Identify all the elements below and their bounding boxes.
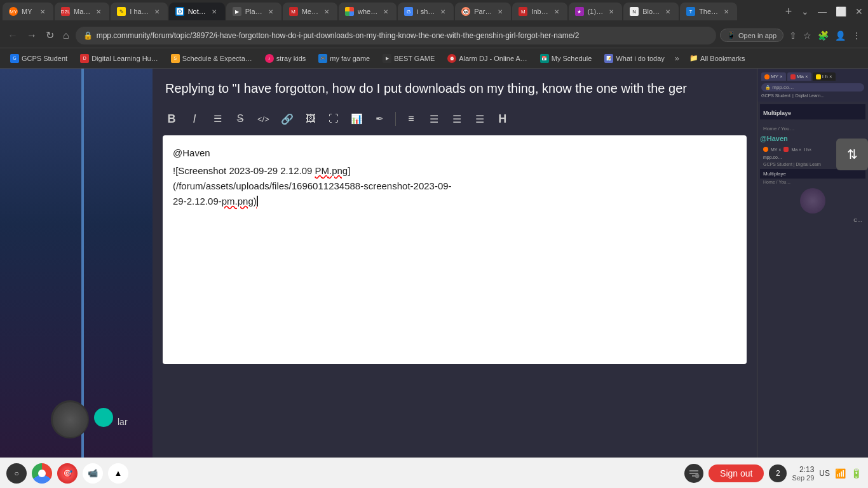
- justify-button[interactable]: ☰: [471, 110, 489, 128]
- tab-title-ishared: i sh…: [417, 8, 435, 15]
- svg-rect-0: [689, 470, 698, 471]
- taskbar-datetime: 2:13 Sep 29: [792, 465, 814, 482]
- forward-button[interactable]: →: [24, 27, 39, 44]
- sign-out-button[interactable]: Sign out: [709, 464, 764, 482]
- close-window-button[interactable]: ✕: [853, 5, 865, 18]
- bookmark-schedule[interactable]: S Schedule & Expecta…: [166, 53, 257, 64]
- all-bookmarks-folder[interactable]: 📁 All Bookmarks: [684, 53, 750, 64]
- bookmark-myschedule[interactable]: 📅 My Schedule: [535, 53, 597, 64]
- tab-close-d2l[interactable]: ✕: [94, 7, 103, 16]
- strikethrough-button[interactable]: S: [231, 110, 249, 128]
- taskbar-chrome-icon[interactable]: [32, 463, 52, 484]
- tab-title-th: The…: [699, 8, 718, 15]
- bold-button[interactable]: B: [163, 110, 180, 128]
- tab-title-my: MY: [22, 8, 34, 15]
- bookmark-star-button[interactable]: ☆: [801, 29, 813, 43]
- taskbar-drive-icon[interactable]: ▲: [108, 463, 128, 484]
- tab-my[interactable]: MY MY ✕: [3, 3, 53, 20]
- address-bar[interactable]: 🔒 mpp.community/forum/topic/38972/i-have…: [76, 27, 716, 44]
- preview-browser-header: MY × Ma × I h × 🔒 mpp.co… GC: [757, 69, 868, 102]
- extensions-button[interactable]: 🧩: [816, 29, 831, 43]
- maximize-button[interactable]: ⬜: [833, 5, 849, 18]
- notification-badge[interactable]: 2: [769, 464, 787, 482]
- tab-inbox[interactable]: M Inb… ✕: [512, 3, 567, 20]
- share-button[interactable]: ⇧: [787, 29, 799, 43]
- heading-button[interactable]: H: [494, 110, 512, 128]
- tab-notion[interactable]: N Blo… ✕: [623, 3, 679, 20]
- tab-close-ishared[interactable]: ✕: [438, 7, 447, 16]
- pen-button[interactable]: ✒: [371, 110, 389, 128]
- minimize-button[interactable]: —: [815, 5, 829, 18]
- bookmark-bestgame[interactable]: ▶ BEST GAME: [377, 53, 440, 64]
- preview-address-bar: 🔒 mpp.co…: [761, 83, 864, 92]
- home-button[interactable]: ⌂: [60, 27, 72, 44]
- preview-breadcrumb2: Home / You…: [760, 179, 865, 186]
- taskbar-meet-icon[interactable]: 🎯: [57, 463, 78, 484]
- profile-button[interactable]: 👤: [833, 29, 848, 43]
- tab-close-play[interactable]: ✕: [266, 7, 275, 16]
- bookmark-alarm[interactable]: ⏰ Alarm DJ - Online A…: [442, 53, 532, 64]
- taskbar-meet2-icon[interactable]: 📹: [83, 463, 103, 484]
- bookmark-whatidotoday[interactable]: 📝 What i do today: [599, 53, 669, 64]
- taskbar-search-button[interactable]: ○: [6, 463, 27, 484]
- editor-toolbar: B I ☰ S </> 🔗 🖼 ⛶ 📊 ✒ ≡ ☰ ☰ ☰ H: [153, 106, 757, 132]
- align-center-button[interactable]: ☰: [425, 110, 443, 128]
- tab-list-button[interactable]: ⌄: [799, 5, 811, 18]
- path-text-part1: (/forum/assets/uploads/files/16960112345…: [173, 180, 452, 191]
- image-button[interactable]: 🖼: [302, 110, 320, 128]
- open-in-app-button[interactable]: 📱 Open in app: [720, 29, 783, 42]
- fullscreen-button[interactable]: ⛶: [325, 110, 342, 128]
- tab-close-google[interactable]: ✕: [381, 7, 390, 16]
- tab-close-notion[interactable]: ✕: [663, 7, 672, 16]
- chart-button[interactable]: 📊: [348, 110, 366, 128]
- lock-icon: 🔒: [83, 31, 93, 40]
- tab-panda[interactable]: 🐼 Par… ✕: [455, 3, 511, 20]
- link-button[interactable]: 🔗: [278, 110, 297, 128]
- bookmark-d2l[interactable]: D Digital Learning Hu…: [75, 53, 163, 64]
- tab-star[interactable]: ★ (1)… ✕: [569, 3, 622, 20]
- back-button[interactable]: ←: [5, 27, 20, 44]
- tab-not[interactable]: Not… ✕: [169, 3, 225, 20]
- editor-mention-line: @Haven: [173, 146, 736, 161]
- align-left-button[interactable]: ≡: [402, 110, 420, 128]
- align-right-button[interactable]: ☰: [448, 110, 466, 128]
- preview-tab-ma: Ma ×: [787, 72, 811, 81]
- tab-play[interactable]: ▶ Pla… ✕: [226, 3, 281, 20]
- new-tab-button[interactable]: +: [780, 3, 797, 20]
- tab-google[interactable]: whe… ✕: [339, 3, 397, 20]
- editor-content[interactable]: @Haven ![Screenshot 2023-09-29 2.12.09 P…: [163, 135, 747, 364]
- bookmark-gcps[interactable]: G GCPS Student: [5, 53, 72, 64]
- scroll-updown-button[interactable]: ⇅: [836, 139, 868, 170]
- bookmark-straykids[interactable]: ♪ stray kids: [260, 53, 311, 64]
- tab-close-my[interactable]: ✕: [38, 7, 47, 16]
- tab-close-ihave[interactable]: ✕: [153, 7, 161, 16]
- tab-ihave[interactable]: ✎ I ha… ✕: [111, 3, 167, 20]
- code-button[interactable]: </>: [254, 110, 273, 128]
- tab-close-th[interactable]: ✕: [722, 7, 731, 16]
- preview-multiplayer-header: Multiplaye: [760, 104, 865, 119]
- nav-icons: ⇧ ☆ 🧩 👤 ⋮: [787, 29, 863, 43]
- taskbar-toggle-button[interactable]: [684, 464, 703, 483]
- tab-d2l[interactable]: D2L Ma… ✕: [55, 3, 109, 20]
- preview-dot-my: [763, 147, 768, 152]
- list-button[interactable]: ☰: [208, 110, 226, 128]
- tab-close-panda[interactable]: ✕: [496, 7, 505, 16]
- more-button[interactable]: ⋮: [850, 29, 863, 43]
- bookmarks-more-button[interactable]: »: [672, 53, 682, 63]
- italic-button[interactable]: I: [186, 110, 203, 128]
- bookmarks-bar: G GCPS Student D Digital Learning Hu… S …: [0, 48, 868, 69]
- preview-fav-my: [764, 74, 770, 79]
- tab-mem[interactable]: M Me… ✕: [283, 3, 337, 20]
- tab-ishared[interactable]: G i sh… ✕: [398, 3, 454, 20]
- bookmark-myfavgame[interactable]: 🎮 my fav game: [313, 53, 375, 64]
- tab-close-inbox[interactable]: ✕: [552, 7, 561, 16]
- tab-th[interactable]: T The… ✕: [680, 3, 737, 20]
- tab-title-google: whe…: [358, 8, 377, 15]
- tab-close-not[interactable]: ✕: [210, 7, 219, 16]
- tab-close-star[interactable]: ✕: [607, 7, 616, 16]
- tab-close-mem[interactable]: ✕: [322, 7, 331, 16]
- preview-fav-ih: [816, 74, 821, 79]
- preview-tab-bar: MY × Ma × I h ×: [761, 72, 864, 81]
- preview-avatar-large: [800, 188, 825, 214]
- refresh-button[interactable]: ↻: [43, 27, 57, 44]
